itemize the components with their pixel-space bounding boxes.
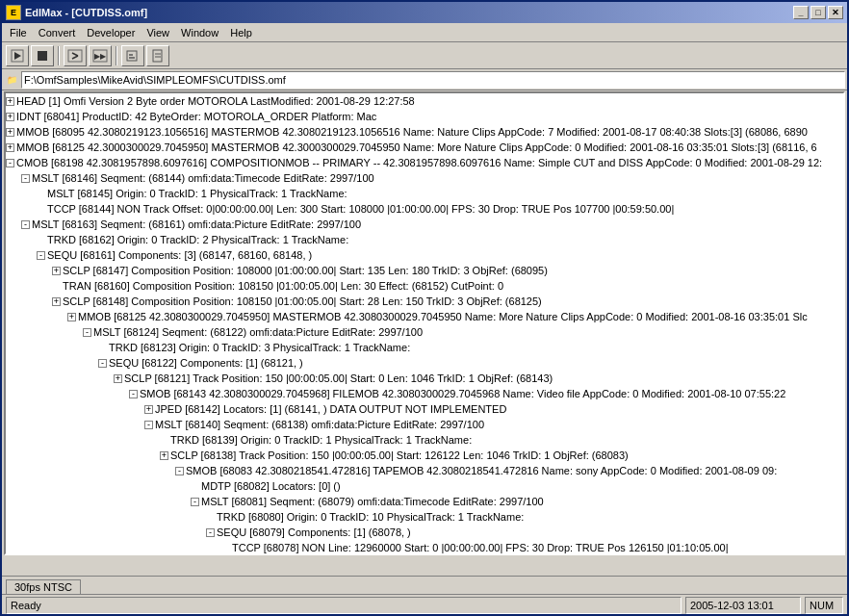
- node-text: TRKD [68123] Origin: 0 TrackID: 3 Physic…: [109, 341, 410, 354]
- expand-button[interactable]: -: [144, 421, 153, 429]
- node-text: IDNT [68041] ProductID: 42 ByteOrder: MO…: [16, 110, 376, 123]
- status-bar: 30fps NTSC Ready 2005-12-03 13:01 NUM: [2, 576, 847, 614]
- tree-node[interactable]: +SCLP [68148] Composition Position: 1081…: [6, 294, 843, 309]
- node-text: TRKD [68162] Origin: 0 TrackID: 2 Physic…: [47, 233, 348, 246]
- tree-node[interactable]: -SEQU [68079] Components: [1] (68078, ): [6, 525, 843, 540]
- expand-button[interactable]: -: [98, 359, 107, 368]
- status-ready: Ready: [6, 597, 682, 614]
- expand-button[interactable]: -: [83, 328, 91, 337]
- expand-button[interactable]: -: [21, 220, 30, 229]
- node-text: SEQU [68079] Components: [1] (68078, ): [217, 526, 411, 539]
- tree-node[interactable]: +SCLP [68121] Track Position: 150 |00:00…: [6, 371, 843, 386]
- tree-node[interactable]: +HEAD [1] Omfi Version 2 Byte order MOTO…: [6, 93, 843, 109]
- svg-rect-2: [38, 51, 47, 61]
- menu-help[interactable]: Help: [224, 25, 258, 40]
- menu-window[interactable]: Window: [175, 25, 224, 40]
- expand-button[interactable]: -: [129, 390, 138, 398]
- tree-node[interactable]: MSLT [68145] Origin: 0 TrackID: 1 Physic…: [6, 186, 843, 201]
- node-text: SEQU [68122] Components: [1] (68121, ): [109, 356, 303, 370]
- tree-node[interactable]: +MMOB [68125 42.3080300029.7045950] MAST…: [6, 309, 843, 324]
- tree-node[interactable]: +JPED [68142] Locators: [1] (68141, ) DA…: [6, 401, 843, 417]
- menu-view[interactable]: View: [141, 25, 175, 40]
- node-text: MSLT [68163] Seqment: (68161) omfi:data:…: [32, 218, 361, 231]
- tree-node[interactable]: -MSLT [68163] Seqment: (68161) omfi:data…: [6, 217, 843, 232]
- address-input[interactable]: [21, 71, 845, 89]
- maximize-button[interactable]: □: [810, 6, 826, 19]
- toolbar-btn-3[interactable]: [64, 45, 87, 66]
- svg-rect-8: [127, 51, 137, 61]
- node-text: MDTP [68082] Locators: [0] (): [201, 479, 341, 493]
- node-text: JPED [68142] Locators: [1] (68141, ) DAT…: [155, 402, 506, 416]
- menu-developer[interactable]: Developer: [81, 25, 141, 40]
- tree-node[interactable]: +SCLP [68138] Track Position: 150 |00:00…: [6, 448, 843, 463]
- status-tab-fps[interactable]: 30fps NTSC: [6, 579, 81, 594]
- expand-button[interactable]: +: [144, 405, 153, 414]
- main-window: E EdIMax - [CUTDISS.omf] _ □ ✕ File Conv…: [0, 0, 849, 616]
- expand-button[interactable]: -: [37, 251, 45, 260]
- expand-button[interactable]: -: [175, 467, 184, 475]
- toolbar-sep-1: [58, 46, 60, 65]
- expand-button[interactable]: +: [6, 128, 14, 137]
- tree-node[interactable]: MDTP [68082] Locators: [0] (): [6, 478, 843, 494]
- tree-node[interactable]: TRKD [68080] Origin: 0 TrackID: 10 Physi…: [6, 509, 843, 525]
- expand-button[interactable]: +: [114, 374, 122, 383]
- tree-node[interactable]: TCCP [68144] NON Track Offset: 0|00:00:0…: [6, 201, 843, 217]
- expand-button[interactable]: -: [6, 159, 14, 167]
- expand-button[interactable]: +: [6, 113, 14, 121]
- tree-node[interactable]: -MSLT [68140] Seqment: (68138) omfi:data…: [6, 417, 843, 432]
- node-text: SCLP [68147] Composition Position: 10800…: [63, 264, 548, 277]
- expand-button[interactable]: +: [6, 97, 14, 106]
- node-text: MSLT [68081] Seqment: (68079) omfi:data:…: [201, 495, 544, 508]
- node-text: SMOB [68083 42.3080218541.472816] TAPEMO…: [186, 464, 777, 477]
- tree-node[interactable]: TRKD [68123] Origin: 0 TrackID: 3 Physic…: [6, 340, 843, 355]
- expand-button[interactable]: -: [21, 174, 30, 183]
- toolbar-btn-4[interactable]: ▶▶: [89, 45, 112, 66]
- tree-node[interactable]: +IDNT [68041] ProductID: 42 ByteOrder: M…: [6, 109, 843, 124]
- status-bottom: Ready 2005-12-03 13:01 NUM: [2, 594, 847, 615]
- toolbar-sep-2: [116, 46, 117, 65]
- tree-node[interactable]: -MSLT [68081] Seqment: (68079) omfi:data…: [6, 494, 843, 509]
- toolbar-btn-6[interactable]: [146, 45, 169, 66]
- node-text: MMOB [68095 42.3080219123.1056516] MASTE…: [16, 125, 808, 139]
- tree-node[interactable]: +SCLP [68147] Composition Position: 1080…: [6, 263, 843, 278]
- menu-file[interactable]: File: [4, 25, 33, 40]
- expand-button[interactable]: +: [160, 451, 168, 460]
- tree-node[interactable]: TCCP [68078] NON Line: 12960000 Start: 0…: [6, 540, 843, 555]
- node-text: TCCP [68144] NON Track Offset: 0|00:00:0…: [47, 202, 674, 216]
- address-icon: 📁: [4, 72, 19, 88]
- node-text: SCLP [68138] Track Position: 150 |00:00:…: [170, 449, 629, 462]
- tree-node[interactable]: -SEQU [68122] Components: [1] (68121, ): [6, 355, 843, 371]
- tree-node[interactable]: -SMOB [68143 42.3080300029.7045968] FILE…: [6, 386, 843, 401]
- svg-rect-3: [68, 50, 82, 62]
- expand-button[interactable]: +: [52, 267, 61, 275]
- tree-node[interactable]: +MMOB [68095 42.3080219123.1056516] MAST…: [6, 124, 843, 140]
- tree-node[interactable]: -CMOB [68198 42.3081957898.6097616] COMP…: [6, 155, 843, 170]
- expand-button[interactable]: +: [6, 143, 14, 152]
- tree-node[interactable]: -SEQU [68161] Components: [3] (68147, 68…: [6, 247, 843, 263]
- tree-node[interactable]: TRAN [68160] Composition Position: 10815…: [6, 278, 843, 294]
- tree-node[interactable]: -SMOB [68083 42.3080218541.472816] TAPEM…: [6, 463, 843, 478]
- toolbar-btn-1[interactable]: [6, 45, 29, 66]
- svg-line-5: [72, 56, 78, 59]
- node-text: TCCP [68078] NON Line: 12960000 Start: 0…: [232, 541, 729, 554]
- tree-node[interactable]: TRKD [68162] Origin: 0 TrackID: 2 Physic…: [6, 232, 843, 247]
- minimize-button[interactable]: _: [793, 6, 809, 19]
- toolbar-btn-2[interactable]: [31, 45, 54, 66]
- tree-node[interactable]: -MSLT [68124] Seqment: (68122) omfi:data…: [6, 324, 843, 340]
- toolbar-btn-5[interactable]: [121, 45, 144, 66]
- expand-button[interactable]: -: [206, 528, 215, 537]
- node-text: TRKD [68080] Origin: 0 TrackID: 10 Physi…: [217, 510, 524, 524]
- tree-node[interactable]: -MSLT [68146] Seqment: (68144) omfi:data…: [6, 170, 843, 186]
- expand-button[interactable]: -: [191, 498, 199, 506]
- expand-button[interactable]: +: [52, 297, 61, 306]
- toolbar: ▶▶: [2, 42, 847, 69]
- node-text: SCLP [68148] Composition Position: 10815…: [63, 295, 542, 308]
- expand-button[interactable]: +: [67, 313, 76, 321]
- node-text: MMOB [68125 42.3000300029.7045950] MASTE…: [16, 141, 817, 154]
- title-bar: E EdIMax - [CUTDISS.omf] _ □ ✕: [2, 2, 847, 23]
- tree-node[interactable]: TRKD [68139] Origin: 0 TrackID: 1 Physic…: [6, 432, 843, 448]
- close-button[interactable]: ✕: [828, 6, 843, 19]
- tree-node[interactable]: +MMOB [68125 42.3000300029.7045950] MAST…: [6, 140, 843, 155]
- tree-view[interactable]: +HEAD [1] Omfi Version 2 Byte order MOTO…: [4, 91, 845, 555]
- menu-convert[interactable]: Convert: [33, 25, 82, 40]
